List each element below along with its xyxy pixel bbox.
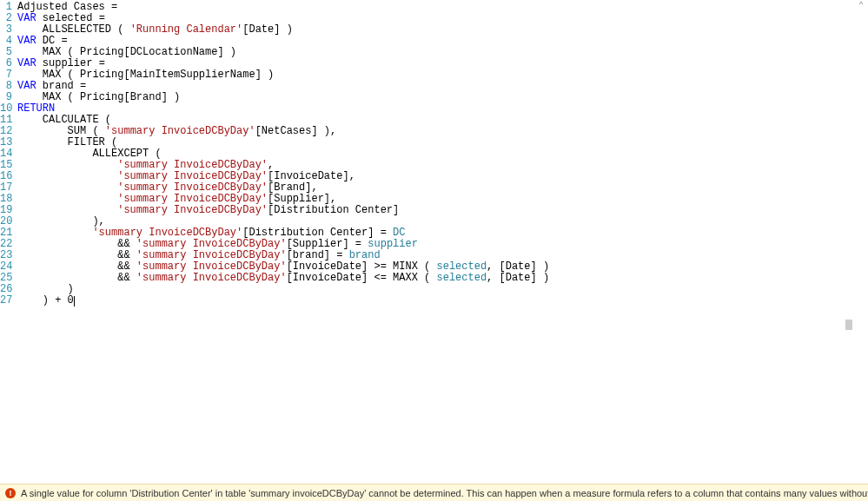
code-line[interactable]: 9 MAX ( Pricing[Brand] ) <box>0 92 868 103</box>
code-token <box>17 148 92 160</box>
code-token <box>17 91 43 103</box>
code-token: [InvoiceDate] >= <box>287 260 393 273</box>
code-line[interactable]: 27 ) + 0 <box>0 295 868 307</box>
line-content[interactable]: RETURN <box>17 103 868 115</box>
code-token: && <box>17 260 136 273</box>
line-content[interactable]: ALLSELECTED ( 'Running Calendar'[Date] ) <box>17 24 868 36</box>
code-line[interactable]: 12 SUM ( 'summary InvoiceDCByDay'[NetCas… <box>0 126 868 137</box>
code-token: ( <box>111 23 130 36</box>
code-token: 'summary InvoiceDCByDay' <box>117 193 268 205</box>
code-line[interactable]: 3 ALLSELECTED ( 'Running Calendar'[Date]… <box>0 24 868 36</box>
scrollbar-position-mark[interactable] <box>845 320 852 330</box>
code-token: supplier <box>36 57 99 69</box>
code-line[interactable]: 1Adjusted Cases = <box>0 2 868 13</box>
code-token: [InvoiceDate], <box>268 170 355 182</box>
line-content[interactable]: MAX ( Pricing[Brand] ) <box>17 92 868 103</box>
code-token: ) <box>17 283 74 295</box>
code-line[interactable]: 10RETURN <box>0 103 868 115</box>
code-token <box>17 125 68 137</box>
code-token: 'summary InvoiceDCByDay' <box>117 204 268 216</box>
code-token: ( <box>105 136 117 148</box>
code-line[interactable]: 7 MAX ( Pricing[MainItemSupplierName] ) <box>0 69 868 81</box>
line-content[interactable]: Adjusted Cases = <box>17 2 868 13</box>
code-token: ( <box>418 272 437 284</box>
code-token: selected <box>36 12 99 24</box>
code-line[interactable]: 26 ) <box>0 284 868 295</box>
code-token: VAR <box>17 12 36 24</box>
code-token: ( Pricing[Brand] ) <box>61 91 180 103</box>
line-content[interactable]: && 'summary InvoiceDCByDay'[InvoiceDate]… <box>17 273 868 284</box>
code-token: , <box>268 159 274 171</box>
code-token: ( Pricing[MainItemSupplierName] ) <box>61 69 274 81</box>
line-content[interactable]: 'summary InvoiceDCByDay'[Distribution Ce… <box>17 205 868 216</box>
code-line[interactable]: 5 MAX ( Pricing[DCLocationName] ) <box>0 47 868 58</box>
code-token: , [Date] ) <box>487 272 549 284</box>
code-token: [Supplier], <box>268 193 336 205</box>
code-token <box>17 23 43 36</box>
code-token: 'summary InvoiceDCByDay' <box>136 272 287 284</box>
code-token <box>17 69 43 81</box>
code-token: = <box>61 35 67 47</box>
error-icon: ! <box>5 488 16 498</box>
code-token: ( <box>149 148 161 160</box>
code-token: ) + 0 <box>17 294 74 307</box>
code-area[interactable]: 1Adjusted Cases =2VAR selected =3 ALLSEL… <box>0 0 868 307</box>
code-token: , [Date] ) <box>487 260 549 273</box>
code-token: ( <box>99 114 111 126</box>
code-token: supplier <box>368 238 418 250</box>
code-token: VAR <box>17 80 36 92</box>
code-token: 'summary InvoiceDCByDay' <box>136 249 287 261</box>
code-token: Adjusted Cases <box>17 1 111 13</box>
code-token: selected <box>437 272 487 284</box>
code-token: 'summary InvoiceDCByDay' <box>117 159 268 171</box>
code-token: ALLEXCEPT <box>92 148 149 160</box>
line-content[interactable]: ) <box>17 284 868 295</box>
code-token: DC <box>393 227 405 239</box>
code-token: MAXX <box>393 272 418 284</box>
line-content[interactable]: MAX ( Pricing[DCLocationName] ) <box>17 47 868 58</box>
code-token: [Supplier] = <box>287 238 368 250</box>
code-token: [Date] ) <box>242 23 293 36</box>
code-token <box>17 227 92 239</box>
code-token <box>17 114 43 126</box>
code-token: 'Running Calendar' <box>130 23 243 36</box>
line-content[interactable]: MAX ( Pricing[MainItemSupplierName] ) <box>17 69 868 81</box>
line-content[interactable]: ) + 0 <box>17 295 868 307</box>
line-content[interactable]: SUM ( 'summary InvoiceDCByDay'[NetCases]… <box>17 126 868 137</box>
code-token: MAX <box>43 46 62 58</box>
dax-editor[interactable]: ⌃ 1Adjusted Cases =2VAR selected =3 ALLS… <box>0 0 868 482</box>
code-line[interactable]: 25 && 'summary InvoiceDCByDay'[InvoiceDa… <box>0 273 868 284</box>
code-token: SUM <box>68 125 87 137</box>
code-token: && <box>17 272 136 284</box>
code-token <box>17 170 117 182</box>
code-token: RETURN <box>17 102 55 115</box>
code-token: = <box>99 57 105 69</box>
code-token: = <box>80 80 86 92</box>
scroll-up-indicator[interactable]: ⌃ <box>856 0 866 9</box>
code-token: [InvoiceDate] <= <box>287 272 393 284</box>
code-token: [brand] = <box>287 249 349 261</box>
code-token: 'summary InvoiceDCByDay' <box>136 238 287 250</box>
code-token <box>17 46 43 58</box>
code-token: = <box>99 12 105 24</box>
code-token: ( <box>418 260 437 273</box>
code-token <box>17 204 117 216</box>
code-token: brand <box>36 80 80 92</box>
code-token: = <box>111 1 117 13</box>
text-cursor <box>74 296 75 307</box>
code-token: ( <box>86 125 105 137</box>
code-token: brand <box>349 249 381 261</box>
code-token: DC <box>36 35 62 47</box>
code-token: VAR <box>17 57 36 69</box>
code-token: CALCULATE <box>43 114 99 126</box>
code-token: [Brand], <box>268 181 318 194</box>
code-token: [NetCases] ), <box>255 125 337 137</box>
code-token: ( Pricing[DCLocationName] ) <box>61 46 236 58</box>
code-token: ), <box>17 215 105 227</box>
code-token: MINX <box>393 260 418 273</box>
code-line[interactable]: 19 'summary InvoiceDCByDay'[Distribution… <box>0 205 868 216</box>
code-token: 'summary InvoiceDCByDay' <box>117 181 268 194</box>
code-token <box>17 136 68 148</box>
code-token: VAR <box>17 35 36 47</box>
code-token: [Distribution Center] = <box>242 227 393 239</box>
